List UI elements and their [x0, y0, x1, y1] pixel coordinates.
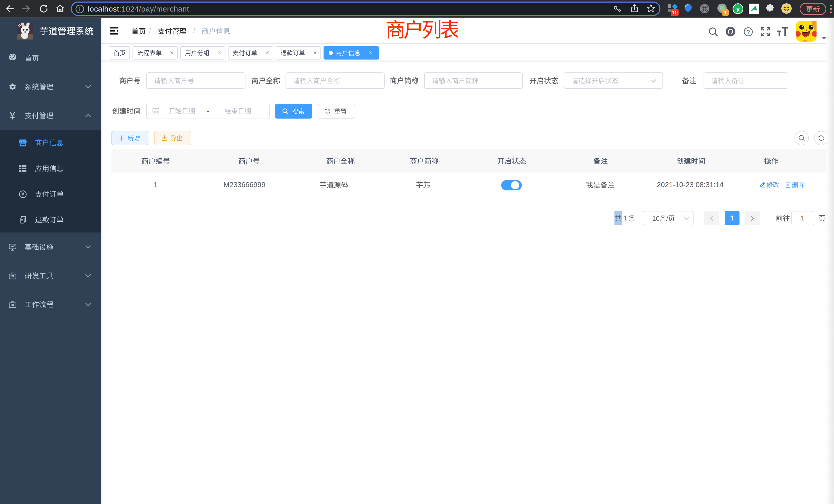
- svg-text:10: 10: [672, 10, 678, 16]
- svg-text:1: 1: [724, 10, 727, 16]
- svg-text:y: y: [736, 5, 740, 12]
- svg-text:?: ?: [747, 29, 750, 35]
